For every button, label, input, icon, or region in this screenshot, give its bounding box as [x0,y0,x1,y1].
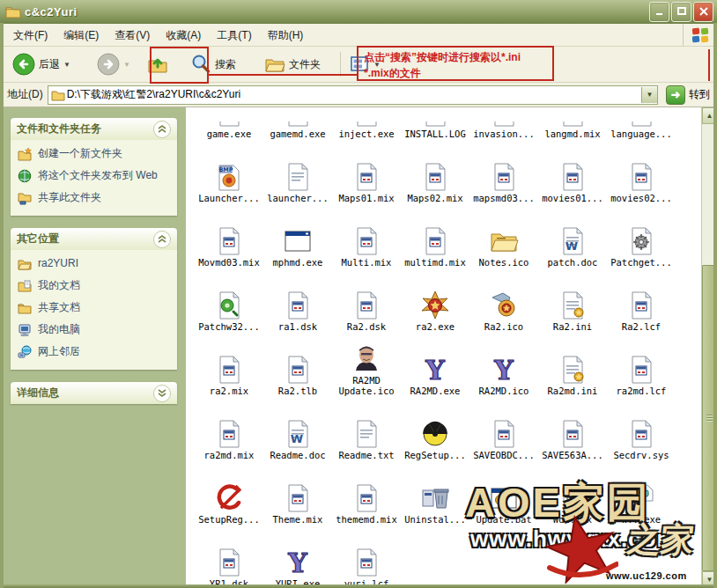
file-item[interactable]: ra2md.lcf [607,334,676,398]
file-item[interactable]: W Readme.doc [263,398,332,462]
file-icon-page-mix [351,121,381,128]
file-item[interactable]: Notes.ico [469,205,538,269]
sidebar-item[interactable]: 将这个文件夹发布到 Web [18,169,172,183]
chevron-down-icon[interactable] [153,385,171,402]
file-item[interactable]: Patchget... [607,205,676,269]
file-item[interactable]: Secdrv.sys [607,398,676,462]
file-item[interactable]: Update.bat [469,462,538,526]
sidebar-item[interactable]: 网上邻居 [18,345,172,359]
file-item[interactable]: YR1.dsk [195,526,263,588]
forward-button[interactable]: ▼ [92,50,141,78]
file-item[interactable]: ra2md.mix [195,398,263,462]
minimize-button[interactable] [649,2,669,22]
address-input[interactable] [65,89,641,101]
search-label: 搜索 [215,57,236,72]
file-icon-ini [558,355,588,385]
file-item[interactable]: ra1.dsk [263,269,332,334]
sidebar-item[interactable]: 我的电脑 [18,323,172,337]
file-item[interactable]: invasion... [469,107,538,141]
address-dropdown-icon[interactable]: ▼ [641,87,657,103]
menu-item[interactable]: 文件(F) [5,26,55,44]
file-item[interactable]: BMP Launcher... [195,141,263,205]
file-icon-gear-gray [626,226,656,256]
sidebar-item[interactable]: ra2YURI [18,257,172,271]
file-item[interactable]: SAVEOBDC... [469,398,538,462]
chevron-up-icon[interactable] [153,231,171,248]
file-item[interactable]: movies01... [538,141,607,205]
panel-header[interactable]: 其它位置 [11,228,177,250]
address-box[interactable]: ▼ [48,85,658,105]
file-item[interactable]: multimd.mix [401,205,469,269]
file-item[interactable]: Ra2.dsk [332,269,401,334]
file-item[interactable]: SetupReg... [195,462,263,526]
sidebar-item[interactable]: 我的文档 [18,279,172,293]
panel-header[interactable]: 文件和文件夹任务 [11,118,177,140]
file-item[interactable]: Patchw32... [195,269,263,334]
file-name: Ra2md.ini [548,386,598,396]
file-item[interactable]: Ra2.tlb [263,334,332,398]
file-name: Update.bat [476,514,531,525]
file-item[interactable]: mapsmd03... [469,141,538,205]
sidebar-item[interactable]: 共享文档 [18,301,172,315]
chevron-up-icon[interactable] [153,121,171,138]
file-item[interactable]: Ra2.lcf [607,269,676,334]
go-button[interactable]: ➜ 转到 [662,85,713,106]
file-item[interactable]: movies02... [607,141,676,205]
annotation-line1: 点击“搜索”按键时进行搜索以*.ini [364,49,547,65]
menu-item[interactable]: 编辑(E) [55,26,107,44]
file-item[interactable]: Maps02.mix [401,141,469,205]
file-item[interactable]: Multi.mix [332,205,401,269]
menu-bar: 文件(F)编辑(E)查看(V)收藏(A)工具(T)帮助(H) [0,24,717,47]
panel-header[interactable]: 详细信息 [11,382,177,404]
file-item[interactable]: W...exe [607,462,676,526]
menu-item[interactable]: 收藏(A) [158,26,209,44]
file-item[interactable]: gamemd.exe [263,107,332,141]
menu-item[interactable]: 查看(V) [107,26,158,44]
file-item[interactable]: Ra2.ini [538,269,607,334]
panel-title: 其它位置 [17,232,59,246]
file-icon-yuri-face [351,344,381,374]
file-item[interactable]: launcher... [263,141,332,205]
back-dropdown-icon[interactable]: ▼ [63,61,70,69]
file-item[interactable]: SAVE563A... [538,398,607,462]
file-name: mapsmd03... [473,193,535,203]
file-item[interactable]: W patch.doc [538,205,607,269]
file-item[interactable]: Maps01.mix [332,141,401,205]
file-item[interactable]: yuri.lcf [332,526,401,588]
panel-title: 详细信息 [17,386,59,401]
sidebar-item[interactable]: 创建一个新文件夹 [18,147,172,161]
file-item[interactable]: RA2MD Update.ico [332,334,401,398]
file-item[interactable]: mphmd.exe [263,205,332,269]
close-button[interactable] [693,2,713,22]
file-item[interactable]: Theme.mix [263,462,332,526]
file-item[interactable]: Y RA2MD.ico [469,334,538,398]
file-item[interactable]: Readme.txt [332,398,401,462]
file-item[interactable]: Y RA2MD.exe [401,334,469,398]
file-item[interactable]: thememd.mix [332,462,401,526]
file-item[interactable]: game.exe [195,107,263,141]
file-item[interactable]: langmd.mix [538,107,607,141]
file-item[interactable]: Ra2md.ini [538,334,607,398]
file-name: SAVE563A... [542,450,603,460]
file-name: Uninstal... [404,514,466,525]
file-item[interactable]: inject.exe [332,107,401,141]
file-item[interactable]: INSTALL.LOG [401,107,469,141]
file-name: Movmd03.mix [198,257,260,268]
file-item[interactable]: Y YURI.exe [263,526,332,588]
file-item[interactable]: Wdt.mix [538,462,607,526]
sidebar-item[interactable]: 共享此文件夹 [18,191,172,205]
file-item[interactable]: Uninstal... [401,462,469,526]
file-item[interactable]: ra2.mix [195,334,263,398]
forward-dropdown-icon[interactable]: ▼ [123,61,130,69]
back-button[interactable]: 后退 ▼ [7,50,92,78]
menu-item[interactable]: 工具(T) [209,26,259,44]
maximize-button[interactable] [671,2,691,22]
file-item[interactable]: RegSetup... [401,398,469,462]
svg-text:Y: Y [425,355,445,385]
file-item[interactable]: Ra2.ico [469,269,538,334]
file-item[interactable]: ra2.exe [401,269,469,334]
file-item[interactable]: language... [607,107,676,141]
file-icon-page-mix [283,290,313,320]
menu-item[interactable]: 帮助(H) [260,26,312,44]
file-item[interactable]: Movmd03.mix [195,205,263,269]
